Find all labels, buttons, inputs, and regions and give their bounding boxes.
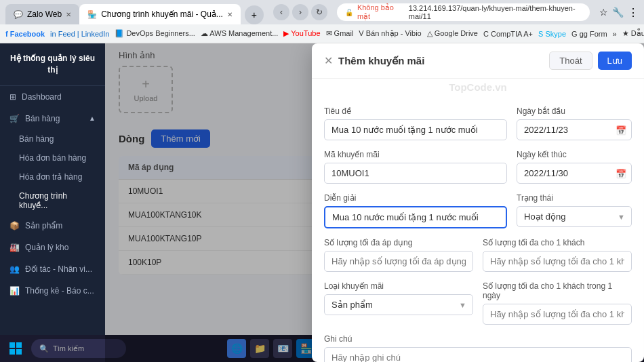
bookmark-gmail[interactable]: ✉ Gmail	[326, 29, 354, 38]
sub-chuongtrinh-label: Chương trình khuyề...	[19, 191, 67, 210]
bookmark-more[interactable]: »	[613, 30, 617, 38]
add-promo-modal: ✕ Thêm khuyến mãi Thoát Lưu TopCode.vn	[312, 43, 644, 362]
modal-title: Thêm khuyến mãi	[338, 55, 424, 67]
bookmark-skype[interactable]: S Skype	[538, 30, 566, 38]
maxtotal-input[interactable]	[324, 251, 473, 272]
active-tab-close[interactable]: ✕	[227, 11, 233, 18]
bookmark-aws[interactable]: ☁ AWS Management...	[201, 29, 279, 38]
menu-icon[interactable]: ⋮	[628, 6, 639, 19]
title-label: Tiêu đề	[324, 106, 507, 116]
new-tab-button[interactable]: +	[245, 5, 264, 24]
select-arrow-status: ▼	[618, 213, 625, 221]
note-input[interactable]	[324, 347, 632, 362]
bookmark-youtube[interactable]: ▶ YouTube	[283, 29, 320, 38]
startdate-input[interactable]	[517, 119, 632, 140]
search-icon: 🔍	[39, 344, 49, 353]
sidebar-item-thongke[interactable]: 📊 Thống kê - Báo c...	[0, 280, 105, 302]
form-group-enddate: Ngày kết thúc 📅	[517, 150, 632, 184]
sidebar-sub-chuongtrinh[interactable]: Chương trình khuyề...	[0, 186, 105, 215]
chevron-icon: ▲	[89, 115, 96, 122]
sidebar: Hệ thống quản lý siêu thị ⊞ Dashboard 🛒 …	[0, 43, 105, 362]
sidebar-item-dashboard[interactable]: ⊞ Dashboard	[0, 86, 105, 108]
modal-watermark: TopCode.vn	[312, 79, 644, 96]
star-icon[interactable]: ☆	[599, 7, 608, 18]
form-group-title: Tiêu đề	[324, 106, 507, 140]
extension-icon[interactable]: 🔧	[612, 7, 624, 18]
modal-header: ✕ Thêm khuyến mãi Thoát Lưu	[312, 43, 644, 79]
start-button[interactable]	[5, 338, 26, 359]
desc-label: Diễn giải	[324, 193, 507, 203]
back-button[interactable]: ‹	[273, 4, 289, 20]
enddate-input[interactable]	[517, 163, 632, 184]
sidebar-label-dashboard: Dashboard	[22, 92, 62, 102]
security-label: Không bảo mật	[357, 3, 405, 21]
sidebar-item-quanlykho[interactable]: 🏭 Quản lý kho	[0, 237, 105, 258]
tab-zalo[interactable]: 💬 Zalo Web ✕	[5, 4, 79, 24]
forward-button[interactable]: ›	[292, 4, 308, 20]
sidebar-brand: Hệ thống quản lý siêu thị	[0, 43, 105, 86]
bookmark-facebook[interactable]: f Facebook	[5, 30, 45, 38]
maxcustomer-input[interactable]	[483, 251, 632, 272]
svg-rect-2	[9, 349, 15, 355]
desc-input[interactable]	[324, 206, 507, 228]
windows-icon	[9, 342, 22, 355]
bookmark-comptia[interactable]: C CompTIA A+	[483, 30, 533, 38]
bookmark-linkedin[interactable]: in Feed | LinkedIn	[50, 30, 109, 38]
bookmark-devops[interactable]: 📘 DevOps Beginners...	[115, 29, 195, 38]
zalo-tab-label: Zalo Web	[27, 9, 62, 19]
sidebar-sub-hoadonban[interactable]: Hóa đơn bán hàng	[0, 148, 105, 167]
form-row-desc-status: Diễn giải Trạng thái Hoạt động Không hoạ…	[324, 193, 632, 228]
zalo-favicon: 💬	[14, 10, 23, 19]
zalo-tab-close[interactable]: ✕	[66, 11, 71, 18]
browser-controls: ‹ › ↻	[273, 4, 327, 20]
form-group-maxtotal: Số lượng tối đa áp dụng	[324, 238, 473, 272]
sub-hoadonban-label: Hóa đơn bán hàng	[19, 153, 86, 163]
sidebar-label-thongke: Thống kê - Báo c...	[25, 286, 94, 296]
address-bar[interactable]: 🔓 Không bảo mật 13.214.169.137/quan-ly/k…	[337, 3, 590, 21]
sidebar-label-sanpham: Sản phẩm	[25, 221, 62, 230]
svg-rect-1	[16, 342, 22, 348]
sidebar-sub-hoadontra[interactable]: Hóa đơn trả hàng	[0, 167, 105, 186]
banhang-icon: 🛒	[9, 114, 20, 123]
select-arrow-type: ▼	[459, 301, 466, 309]
sidebar-label-quanlykho: Quản lý kho	[25, 243, 68, 252]
promotype-select[interactable]: Sản phẩm Hóa đơn	[324, 294, 473, 315]
tab-active[interactable]: 🏪 Chương trình khuyến mãi - Quả... ✕	[79, 4, 241, 24]
maxday-input[interactable]	[483, 304, 632, 325]
doitac-icon: 👥	[9, 264, 20, 274]
form-group-promotype: Loại khuyến mãi Sản phẩm Hóa đơn ▼	[324, 281, 473, 325]
bookmark-vibio[interactable]: V Bán nhập - Vibio	[359, 29, 421, 38]
modal-header-actions: Thoát Lưu	[549, 52, 632, 70]
main-layout: Hệ thống quản lý siêu thị ⊞ Dashboard 🛒 …	[0, 43, 644, 362]
sidebar-item-sanpham[interactable]: 📦 Sản phẩm	[0, 215, 105, 237]
modal-title-area: ✕ Thêm khuyến mãi	[324, 54, 424, 67]
modal-close-button[interactable]: ✕	[324, 54, 333, 67]
sidebar-item-doitac[interactable]: 👥 Đối tác - Nhân vi...	[0, 258, 105, 280]
bookmark-drive[interactable]: △ Google Drive	[427, 29, 478, 38]
browser-extra-icons: ☆ 🔧 ⋮	[599, 6, 639, 19]
bookmarks-bar: f Facebook in Feed | LinkedIn 📘 DevOps B…	[0, 24, 644, 43]
status-select[interactable]: Hoạt động Không hoạt động	[517, 206, 632, 227]
address-url: 13.214.169.137/quan-ly/khuyen-mai/them-k…	[409, 4, 582, 20]
promocode-input[interactable]	[324, 163, 507, 184]
startdate-label: Ngày bắt đầu	[517, 106, 632, 116]
quanlykho-icon: 🏭	[9, 243, 20, 252]
enddate-label: Ngày kết thúc	[517, 150, 632, 159]
cancel-button[interactable]: Thoát	[549, 52, 592, 70]
promocode-label: Mã khuyến mãi	[324, 150, 507, 159]
sidebar-label-doitac: Đối tác - Nhân vi...	[25, 264, 92, 274]
title-input[interactable]	[324, 119, 507, 140]
thongke-icon: 📊	[9, 286, 20, 296]
form-row-title-startdate: Tiêu đề Ngày bắt đầu 📅	[324, 106, 632, 140]
bookmark-ggform[interactable]: G gg Form	[571, 30, 607, 38]
sidebar-brand-title: Hệ thống quản lý siêu thị	[8, 53, 97, 76]
save-button[interactable]: Lưu	[598, 52, 632, 70]
bookmark-other[interactable]: ★ Dẫu trang khác	[622, 29, 644, 38]
sidebar-item-banhang[interactable]: 🛒 Bán hàng ▲	[0, 108, 105, 129]
form-group-promocode: Mã khuyến mãi	[324, 150, 507, 184]
form-row-note: Ghi chú	[324, 334, 632, 362]
sub-hoadontra-label: Hóa đơn trả hàng	[19, 172, 82, 182]
reload-button[interactable]: ↻	[311, 4, 327, 20]
svg-rect-3	[16, 349, 22, 355]
sidebar-sub-banhang[interactable]: Bán hàng	[0, 129, 105, 148]
